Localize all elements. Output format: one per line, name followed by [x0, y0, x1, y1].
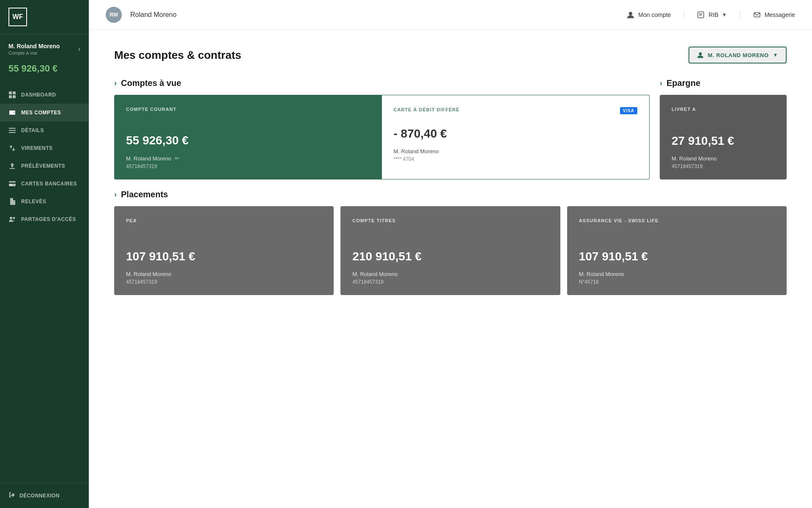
nav-label-cartes: CARTES BANCAIRES: [21, 181, 77, 187]
svg-rect-9: [10, 185, 12, 185]
page-title: Mes comptes & contrats: [114, 49, 241, 62]
users-icon: [8, 215, 16, 223]
svg-rect-1: [13, 91, 16, 94]
compte-courant-owner: M. Roland Moreno ✏: [126, 155, 370, 162]
livret-a-account: 45718457319: [672, 163, 775, 169]
carte-debit-card[interactable]: CARTE À DÉBIT DIFFÉRÉ VISA - 870,40 € M.…: [382, 95, 650, 179]
user-select-label: M. ROLAND MORENO: [708, 52, 769, 58]
epargne-title: Epargne: [667, 78, 700, 88]
sidebar-item-releves[interactable]: RELEVÉS: [0, 193, 89, 210]
sidebar-user-sub: Compte à vue: [8, 50, 78, 55]
compte-courant-card[interactable]: COMPTE COURANT 55 926,30 € M. Roland Mor…: [114, 95, 382, 179]
upload-icon: [8, 162, 16, 170]
sidebar-nav: DASHBOARD MES COMPTES DÉTAILS: [0, 83, 89, 483]
carte-debit-account: **** 4704: [394, 156, 638, 162]
svg-point-10: [10, 217, 12, 219]
assurance-vie-owner: M. Roland Moreno: [579, 271, 775, 277]
svg-rect-8: [9, 182, 16, 184]
person-icon: [626, 11, 635, 19]
content-header: Mes comptes & contrats M. ROLAND MORENO …: [114, 47, 787, 64]
sidebar-item-cartes[interactable]: CARTES BANCAIRES: [0, 175, 89, 193]
rib-chevron: ▼: [722, 12, 727, 18]
sidebar-item-dashboard[interactable]: DASHBOARD: [0, 86, 89, 104]
epargne-chevron[interactable]: ›: [660, 79, 662, 88]
envelope-icon: [753, 11, 761, 19]
placements-cards-row: PEA 107 910,51 € M. Roland Moreno 457184…: [114, 206, 787, 295]
svg-rect-0: [9, 91, 12, 94]
comptes-vue-chevron[interactable]: ›: [114, 79, 117, 88]
livret-a-label: LIVRET A: [672, 107, 775, 112]
header-avatar: RM: [106, 7, 122, 23]
compte-courant-label: COMPTE COURANT: [126, 107, 370, 112]
svg-rect-14: [699, 14, 702, 14]
header: RM Roland Moreno Mon compte: [89, 0, 812, 30]
compte-courant-amount: 55 926,30 €: [126, 134, 370, 147]
pea-label: PEA: [126, 218, 322, 223]
mon-compte-action[interactable]: Mon compte: [626, 11, 671, 19]
placements-chevron[interactable]: ›: [114, 190, 117, 199]
sidebar-item-mes-comptes[interactable]: MES COMPTES: [0, 104, 89, 121]
compte-titres-owner: M. Roland Moreno: [352, 271, 548, 277]
livret-a-owner: M. Roland Moreno: [672, 155, 775, 162]
placements-section: › Placements PEA 107 910,51 € M. Roland …: [114, 190, 787, 295]
livret-a-card[interactable]: LIVRET A 27 910,51 € M. Roland Moreno 45…: [660, 95, 787, 179]
edit-icon[interactable]: ✏: [175, 155, 180, 162]
svg-rect-3: [13, 95, 16, 98]
header-actions: Mon compte RIB ▼: [626, 11, 795, 19]
sidebar-user[interactable]: M. Roland Moreno Compte à vue ›: [0, 34, 89, 60]
svg-point-11: [13, 217, 15, 219]
messagerie-action[interactable]: Messagerie: [753, 11, 795, 19]
logout-icon: [8, 491, 15, 500]
nav-label-releves: RELEVÉS: [21, 199, 47, 204]
svg-point-17: [699, 52, 702, 55]
pea-card[interactable]: PEA 107 910,51 € M. Roland Moreno 457184…: [114, 206, 334, 295]
rib-icon: [697, 11, 705, 19]
assurance-vie-account: N°45718: [579, 279, 775, 285]
comptes-vue-section: › Comptes à vue COMPTE COURANT 55 926,30…: [114, 78, 650, 179]
placements-header: › Placements: [114, 190, 787, 199]
livret-a-amount: 27 910,51 €: [672, 134, 775, 148]
grid-icon: [8, 91, 16, 99]
sidebar-user-name: M. Roland Moreno: [8, 43, 78, 50]
nav-label-dashboard: DASHBOARD: [21, 92, 56, 98]
assurance-vie-amount: 107 910,51 €: [579, 250, 775, 263]
sidebar-item-partages[interactable]: PARTAGES D'ACCÈS: [0, 210, 89, 228]
sidebar-item-prelevements[interactable]: PRÉLÈVEMENTS: [0, 157, 89, 175]
comptes-epargne-row: › Comptes à vue COMPTE COURANT 55 926,30…: [114, 78, 787, 179]
svg-point-12: [629, 12, 632, 15]
sidebar-item-virements[interactable]: VIREMENTS: [0, 139, 89, 157]
nav-label-mes-comptes: MES COMPTES: [21, 110, 61, 116]
list-icon: [8, 127, 16, 134]
content-area: Mes comptes & contrats M. ROLAND MORENO …: [89, 30, 812, 508]
header-divider: [683, 11, 684, 19]
user-select-chevron: ▼: [773, 52, 778, 58]
pea-owner: M. Roland Moreno: [126, 271, 322, 277]
logout-label: DÉCONNEXION: [19, 493, 60, 499]
svg-rect-15: [699, 15, 702, 16]
rib-action[interactable]: RIB ▼: [697, 11, 727, 19]
logout-button[interactable]: DÉCONNEXION: [8, 491, 80, 500]
user-select-button[interactable]: M. ROLAND MORENO ▼: [689, 47, 787, 64]
transfer-icon: [8, 144, 16, 152]
sidebar-balance: 55 926,30 €: [0, 60, 89, 83]
header-divider-2: [740, 11, 740, 19]
nav-label-virements: VIREMENTS: [21, 145, 53, 151]
messagerie-label: Messagerie: [765, 11, 795, 18]
assurance-vie-card[interactable]: ASSURANCE VIE - SWISS LIFE 107 910,51 € …: [567, 206, 787, 295]
document-icon: [8, 198, 16, 205]
svg-rect-2: [9, 95, 12, 98]
svg-rect-6: [9, 132, 16, 133]
main-area: RM Roland Moreno Mon compte: [89, 0, 812, 508]
sidebar-item-details[interactable]: DÉTAILS: [0, 121, 89, 139]
carte-debit-amount: - 870,40 €: [394, 127, 638, 141]
carte-debit-owner: M. Roland Moreno: [394, 148, 638, 155]
nav-label-partages: PARTAGES D'ACCÈS: [21, 216, 76, 222]
comptes-vue-title: Comptes à vue: [121, 78, 181, 88]
epargne-section: › Epargne LIVRET A 27 910,51 € M. Roland…: [660, 78, 787, 179]
compte-titres-account: 45718457319: [352, 279, 548, 285]
svg-rect-4: [9, 128, 16, 129]
carte-debit-label-row: CARTE À DÉBIT DIFFÉRÉ VISA: [394, 107, 638, 114]
sidebar-footer: DÉCONNEXION: [0, 483, 89, 508]
compte-titres-amount: 210 910,51 €: [352, 250, 548, 263]
compte-titres-card[interactable]: COMPTE TITRES 210 910,51 € M. Roland Mor…: [340, 206, 560, 295]
